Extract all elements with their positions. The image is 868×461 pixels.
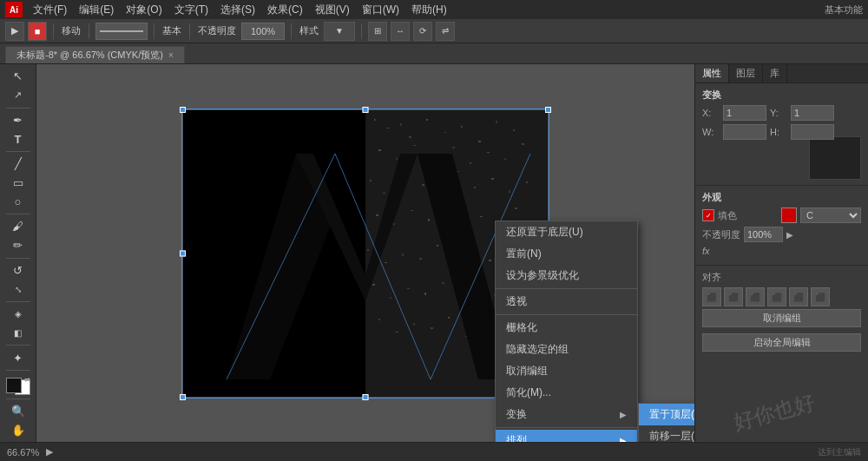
y-input[interactable]: [791, 105, 834, 121]
sub-ctx-bring-forward[interactable]: 前移一层(O) Ctrl+]: [639, 425, 694, 442]
svg-rect-34: [428, 219, 430, 221]
align-left-btn[interactable]: ⬛: [702, 287, 721, 306]
handle-bc[interactable]: [363, 394, 369, 400]
toolbar-sep-5: [291, 23, 292, 39]
tool-pen[interactable]: ✒: [6, 111, 30, 128]
tool-line[interactable]: ╱: [6, 155, 30, 173]
ctx-item-perspective[interactable]: 透视: [496, 291, 637, 313]
svg-rect-41: [385, 262, 387, 263]
toolbar-sep-6: [361, 23, 362, 39]
w-input[interactable]: [723, 124, 766, 140]
toolbar-arrow-btn[interactable]: ▶: [5, 22, 24, 41]
toolbar-icon3[interactable]: ⇌: [436, 22, 455, 41]
tool-gradient[interactable]: ◧: [6, 325, 30, 342]
svg-rect-61: [396, 332, 398, 333]
align-btn-row-1: ⬛ ⬛ ⬛ ⬛ ⬛ ⬛: [702, 287, 861, 306]
canvas-artwork: [183, 110, 548, 397]
menu-window[interactable]: 窗口(W): [357, 1, 404, 19]
svg-rect-33: [411, 210, 413, 211]
menu-text[interactable]: 文字(T): [169, 1, 214, 19]
menu-edit[interactable]: 编辑(E): [74, 1, 119, 19]
toolbar-opacity-input[interactable]: [241, 23, 285, 40]
align-center-h-btn[interactable]: ⬛: [724, 287, 743, 306]
handle-tl[interactable]: [180, 107, 186, 113]
svg-rect-53: [424, 293, 426, 295]
ctx-item-ungroup[interactable]: 取消编组: [496, 360, 637, 382]
ctx-item-transform[interactable]: 变换 ▶: [496, 404, 637, 425]
x-input[interactable]: [723, 105, 766, 121]
tool-blend[interactable]: ◈: [6, 306, 30, 323]
opacity-input[interactable]: [744, 227, 783, 242]
tool-type[interactable]: T: [6, 130, 30, 148]
canvas-area[interactable]: 还原置于底层(U) 置前(N) 设为参景级优化 透视 栅格化 隐藏选定的组 取消…: [36, 64, 694, 442]
panel-tab-layers[interactable]: 图层: [729, 64, 763, 82]
svg-rect-4: [400, 123, 402, 126]
h-input[interactable]: [791, 124, 834, 140]
ctx-item-front[interactable]: 置前(N): [496, 243, 637, 265]
sub-ctx-bring-front[interactable]: 置于顶层(F) Shift+Ctrl+]: [639, 404, 694, 425]
ctx-arrow-transform: ▶: [620, 410, 627, 419]
handle-ml[interactable]: [180, 250, 186, 256]
toolbar-transform-icon[interactable]: ⟳: [413, 22, 432, 41]
fill-checkbox[interactable]: ✓: [702, 209, 714, 221]
toolbar-icon2[interactable]: ↔: [391, 22, 410, 41]
align-section: 对齐 ⬛ ⬛ ⬛ ⬛ ⬛ ⬛ 取消编组 启动全局编辑: [695, 266, 868, 442]
align-top-btn[interactable]: ⬛: [767, 287, 786, 306]
document-tab[interactable]: 未标题-8* @ 66.67% (CMYK/预览) ×: [5, 46, 185, 63]
opacity-label: 不透明度: [702, 228, 740, 241]
align-right-btn[interactable]: ⬛: [746, 287, 765, 306]
ctx-item-hide-group[interactable]: 隐藏选定的组: [496, 339, 637, 360]
align-bottom-btn[interactable]: ⬛: [811, 287, 830, 306]
ctx-item-restore[interactable]: 还原置于底层(U): [496, 221, 637, 243]
menu-object[interactable]: 对象(O): [121, 1, 167, 19]
svg-rect-54: [442, 282, 444, 284]
menu-view[interactable]: 视图(V): [310, 1, 355, 19]
menu-effect[interactable]: 效果(C): [262, 1, 308, 19]
handle-bl[interactable]: [180, 394, 186, 400]
menu-help[interactable]: 帮助(H): [406, 1, 452, 19]
menu-file[interactable]: 文件(F): [28, 1, 72, 19]
handle-tr[interactable]: [545, 107, 551, 113]
tool-rect[interactable]: ▭: [6, 175, 30, 192]
swap-colors-icon[interactable]: ⇄: [24, 376, 30, 384]
ctx-item-rasterize[interactable]: 栅格化: [496, 317, 637, 339]
tool-eyedropper[interactable]: ✦: [6, 349, 30, 366]
ctx-item-ref[interactable]: 设为参景级优化: [496, 265, 637, 286]
tool-brush[interactable]: 🖌: [6, 218, 30, 235]
toolbar-shape-btn[interactable]: ■: [28, 22, 47, 41]
tool-zoom[interactable]: 🔍: [6, 402, 30, 419]
tab-close-btn[interactable]: ×: [168, 50, 174, 60]
tool-select[interactable]: ↖: [6, 68, 30, 85]
tool-color-swatches[interactable]: ⇄: [6, 378, 30, 395]
toolbar-style-btn[interactable]: ▼: [324, 22, 355, 41]
handle-tc[interactable]: [363, 107, 369, 113]
panel-tab-libraries[interactable]: 库: [763, 64, 787, 82]
tool-ellipse[interactable]: ○: [6, 193, 30, 210]
fg-color-swatch[interactable]: [6, 378, 22, 393]
panel-tabs: 属性 图层 库: [695, 64, 868, 83]
menu-select[interactable]: 选择(S): [215, 1, 260, 19]
global-edit-row: 启动全局编辑: [702, 333, 861, 354]
fx-row: fx: [702, 246, 861, 256]
opacity-arrow[interactable]: ▶: [786, 230, 793, 240]
toolbar-icon1[interactable]: ⊞: [368, 22, 387, 41]
tool-scale[interactable]: ⤡: [6, 280, 30, 298]
toolbar-stroke-preview: [95, 23, 148, 40]
left-toolbar: ↖ ↗ ✒ T ╱ ▭ ○ 🖌 ✏ ↺ ⤡ ◈ ◧ ✦ ⇄ 🔍 ✋: [0, 64, 36, 442]
ctx-item-arrange[interactable]: 排列 ▶: [496, 430, 637, 442]
svg-rect-24: [422, 184, 424, 186]
fill-mode-select[interactable]: C: [800, 207, 861, 223]
tool-pencil[interactable]: ✏: [6, 237, 30, 254]
fill-color-swatch[interactable]: [781, 207, 797, 223]
svg-rect-32: [393, 223, 395, 225]
svg-rect-10: [496, 121, 497, 123]
right-panels: 属性 图层 库 变换 X: Y: W: H: 外观: [694, 64, 868, 442]
tool-direct-select[interactable]: ↗: [6, 87, 30, 104]
align-center-v-btn[interactable]: ⬛: [789, 287, 808, 306]
tool-hand[interactable]: ✋: [6, 421, 30, 438]
ungroup-btn[interactable]: 取消编组: [702, 309, 861, 327]
ctx-item-simplify[interactable]: 简化(M)...: [496, 382, 637, 404]
panel-tab-properties[interactable]: 属性: [695, 64, 729, 82]
tool-rotate[interactable]: ↺: [6, 261, 30, 279]
global-edit-btn[interactable]: 启动全局编辑: [702, 333, 861, 352]
